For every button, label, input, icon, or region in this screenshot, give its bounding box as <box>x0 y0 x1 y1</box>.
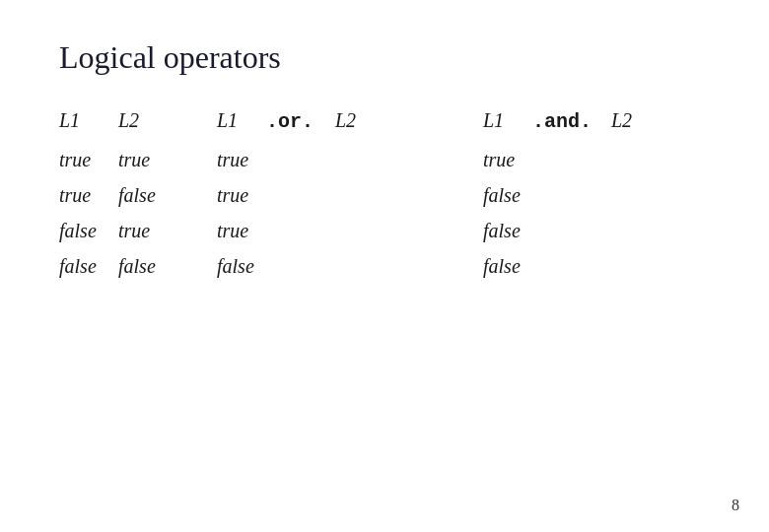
col-l2-header: L2 <box>118 109 187 132</box>
input-table: L1 L2 true true true false false true fa… <box>59 105 217 287</box>
and-result-row: true <box>483 145 710 180</box>
col-l1-header: L1 <box>59 109 118 132</box>
page-number: 8 <box>732 497 739 514</box>
or-table: L1 .or. L2 true true true false <box>217 105 454 287</box>
table-row: true false <box>59 180 217 216</box>
r1-l1: true <box>59 149 118 171</box>
or-result-row: true <box>217 180 454 216</box>
or-r1: true <box>217 149 296 171</box>
and-l2-header: L2 <box>611 109 670 132</box>
r1-l2: true <box>118 149 187 171</box>
table-area: L1 L2 true true true false false true fa… <box>59 105 710 287</box>
and-result-row: false <box>483 216 710 251</box>
r4-l1: false <box>59 255 118 278</box>
or-l2-header: L2 <box>335 109 394 132</box>
and-r3: false <box>483 220 562 242</box>
and-l1-header: L1 <box>483 109 532 132</box>
or-r2: true <box>217 184 296 207</box>
r2-l2: false <box>118 184 187 207</box>
or-result-row: true <box>217 145 454 180</box>
r3-l2: true <box>118 220 187 242</box>
or-op-header: .or. <box>266 110 335 133</box>
or-r3: true <box>217 220 296 242</box>
or-result-row: false <box>217 251 454 287</box>
and-r1: true <box>483 149 562 171</box>
and-r4: false <box>483 255 562 278</box>
or-result-row: true <box>217 216 454 251</box>
r2-l1: true <box>59 184 118 207</box>
input-header-row: L1 L2 <box>59 105 217 145</box>
and-result-row: false <box>483 251 710 287</box>
table-row: false true <box>59 216 217 251</box>
and-result-row: false <box>483 180 710 216</box>
or-l1-header: L1 <box>217 109 266 132</box>
table-row: false false <box>59 251 217 287</box>
slide: Logical operators L1 L2 true true true f… <box>0 0 769 532</box>
and-header-row: L1 .and. L2 <box>483 105 710 145</box>
r3-l1: false <box>59 220 118 242</box>
table-row: true true <box>59 145 217 180</box>
or-r4: false <box>217 255 296 278</box>
r4-l2: false <box>118 255 187 278</box>
or-header-row: L1 .or. L2 <box>217 105 454 145</box>
and-table: L1 .and. L2 true false false false <box>483 105 710 287</box>
and-r2: false <box>483 184 562 207</box>
and-op-header: .and. <box>532 110 611 133</box>
slide-title: Logical operators <box>59 39 710 76</box>
